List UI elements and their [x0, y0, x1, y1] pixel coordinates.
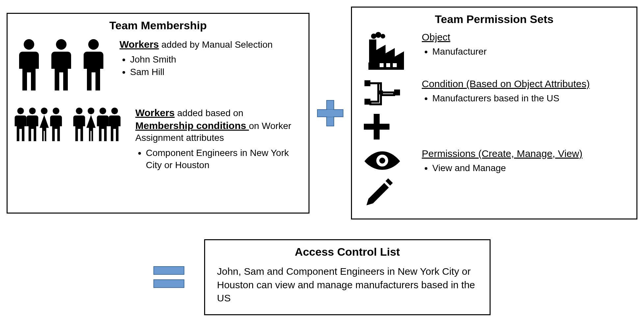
svg-point-15: [375, 32, 381, 38]
manual-item: John Smith: [130, 53, 302, 66]
permissions-row: Permissions (Create, Manage, View) View …: [359, 148, 630, 209]
acl-text: John, Sam and Component Engineers in New…: [214, 265, 480, 305]
manual-tail: added by Manual Selection: [159, 39, 273, 50]
permissions-label: Permissions (Create, Manage, View): [422, 148, 630, 159]
condition-text: Condition (Based on Object Attributes) M…: [422, 78, 630, 105]
conditions-list: Component Engineers in New York City or …: [146, 147, 302, 172]
svg-rect-26: [364, 124, 389, 130]
svg-rect-17: [369, 39, 376, 63]
workers-label-2: Workers: [135, 107, 175, 118]
condition-row: Condition (Based on Object Attributes) M…: [359, 78, 630, 141]
hierarchy-and-plus-icon: [359, 78, 412, 141]
conditions-section: Workers added based on Membership condit…: [14, 106, 302, 172]
svg-point-16: [381, 34, 385, 38]
manual-selection-text: Workers added by Manual Selection John S…: [120, 38, 302, 78]
object-item: Manufacturer: [432, 45, 630, 58]
object-text: Object Manufacturer: [422, 32, 630, 58]
svg-point-2: [88, 39, 99, 50]
equals-connector-icon: [153, 266, 184, 288]
factory-icon: [359, 32, 412, 71]
svg-rect-24: [379, 90, 383, 94]
condition-item: Manufacturers based in the US: [432, 92, 630, 105]
conditions-text: Workers added based on Membership condit…: [135, 106, 302, 172]
membership-conditions-label: Membership conditions: [135, 120, 249, 131]
acl-title: Access Control List: [214, 245, 480, 258]
conditions-mid: added based on: [175, 108, 244, 118]
team-permission-sets-title: Team Permission Sets: [359, 13, 630, 26]
conditions-item: Component Engineers in New York City or …: [146, 147, 302, 172]
svg-rect-21: [364, 80, 370, 86]
object-list: Manufacturer: [432, 45, 630, 58]
bottom-row: Access Control List John, Sam and Compon…: [7, 239, 637, 315]
permissions-list: View and Manage: [432, 162, 630, 174]
plus-connector-icon: [315, 98, 345, 128]
permissions-text: Permissions (Create, Manage, View) View …: [422, 148, 630, 174]
svg-point-8: [88, 107, 94, 114]
manual-selection-section: Workers added by Manual Selection John S…: [14, 38, 302, 94]
svg-point-5: [41, 107, 47, 114]
acl-panel: Access Control List John, Sam and Compon…: [204, 239, 491, 315]
svg-point-4: [29, 107, 36, 114]
permissions-item: View and Manage: [432, 162, 630, 174]
three-people-icon: [14, 38, 110, 94]
svg-point-0: [24, 39, 34, 50]
condition-label: Condition (Based on Object Attributes): [422, 78, 630, 90]
svg-point-3: [17, 107, 24, 114]
svg-point-27: [379, 158, 385, 164]
svg-point-7: [76, 107, 82, 114]
workers-label: Workers: [120, 39, 159, 50]
svg-rect-13: [327, 110, 333, 117]
svg-rect-18: [380, 63, 384, 67]
svg-rect-19: [386, 63, 390, 67]
top-row: Team Membership: [7, 7, 637, 219]
equals-bar: [153, 266, 184, 275]
group-people-icon: [14, 106, 125, 156]
svg-point-9: [99, 107, 106, 114]
svg-rect-20: [393, 63, 397, 67]
eye-and-pencil-icon: [359, 148, 412, 209]
object-label: Object: [422, 32, 630, 43]
svg-point-10: [111, 107, 118, 114]
team-membership-panel: Team Membership: [7, 13, 309, 214]
manual-list: John Smith Sam Hill: [130, 53, 302, 78]
equals-bar: [153, 279, 184, 288]
team-permission-sets-panel: Team Permission Sets: [351, 7, 637, 219]
object-row: Object Manufacturer: [359, 32, 630, 71]
svg-point-1: [56, 39, 67, 50]
team-membership-title: Team Membership: [14, 19, 302, 32]
condition-list: Manufacturers based in the US: [432, 92, 630, 105]
manual-item: Sam Hill: [130, 66, 302, 78]
svg-point-6: [53, 107, 59, 114]
